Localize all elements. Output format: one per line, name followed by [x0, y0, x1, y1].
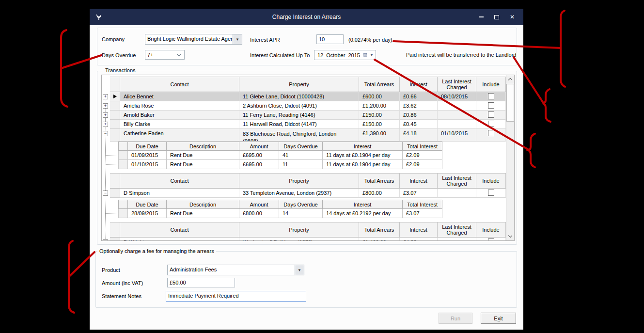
cell-due-date[interactable]: 28/09/2015 — [128, 209, 167, 218]
cell-interest[interactable]: £3.07 — [400, 189, 438, 198]
exit-button[interactable]: Exit — [481, 313, 516, 324]
cell-amount[interactable]: £695.00 — [239, 151, 279, 160]
child-header-amount[interactable]: Amount — [239, 142, 279, 151]
cell-property[interactable]: 11 Glebe Lane, Didcot (10000428) — [239, 92, 359, 101]
table-row[interactable]: Arnold Baker 11 Ferry Lane, Reading (414… — [102, 111, 506, 120]
header-contact[interactable]: Contact — [120, 77, 239, 92]
table-row[interactable]: Amelia Rose 2 Ashburn Close, Didcot (409… — [102, 101, 506, 111]
include-checkbox[interactable] — [488, 111, 494, 118]
cell-property[interactable]: 83 Bluehouse Road, Chingford, London (98… — [239, 129, 359, 142]
cell-contact[interactable]: Amelia Rose — [120, 101, 239, 111]
maximize-button[interactable] — [489, 9, 504, 25]
child-header-interest[interactable]: Interest — [323, 142, 403, 151]
cell-last-charged[interactable] — [438, 111, 476, 120]
vertical-scrollbar[interactable] — [506, 75, 514, 240]
row-selector[interactable] — [110, 129, 120, 142]
cell-total-arrears[interactable]: £600.00 — [359, 92, 400, 101]
product-combobox[interactable]: Administration Fees ▼ — [167, 265, 304, 275]
cell-contact[interactable]: Arnold Baker — [120, 111, 239, 120]
table-row[interactable]: Alice Bennet 11 Glebe Lane, Didcot (1000… — [102, 92, 506, 101]
child-header-days-overdue[interactable]: Days Overdue — [279, 142, 323, 151]
cell-interest[interactable]: 14 days at £0.2192 per day — [323, 209, 403, 218]
row-selector[interactable] — [110, 238, 120, 241]
cell-interest[interactable]: £3.62 — [400, 101, 438, 111]
cell-total-interest[interactable]: £3.07 — [403, 209, 442, 218]
table-row[interactable]: D Wright Wychgate, 2 Bell Lane (1878) £1… — [102, 238, 506, 241]
cell-last-charged[interactable]: 08/10/2015 — [438, 92, 476, 101]
cell-last-charged[interactable] — [438, 238, 476, 241]
row-selector[interactable] — [110, 101, 120, 111]
child-header-interest[interactable]: Interest — [323, 200, 403, 209]
cell-amount[interactable]: £800.00 — [239, 209, 279, 218]
header-total-arrears[interactable]: Total Arrears — [359, 222, 400, 238]
cell-interest[interactable]: £0.66 — [400, 92, 438, 101]
include-checkbox[interactable] — [488, 190, 494, 196]
header-contact[interactable]: Contact — [120, 173, 239, 189]
child-header-due-date[interactable]: Due Date — [128, 200, 167, 209]
table-row[interactable]: D Simpson 33 Templeton Avenue, London (2… — [102, 189, 506, 198]
cell-amount[interactable]: £695.00 — [239, 160, 279, 169]
header-property[interactable]: Property — [239, 173, 359, 189]
include-checkbox[interactable] — [488, 102, 494, 109]
header-interest[interactable]: Interest — [400, 173, 438, 189]
cell-last-charged[interactable] — [438, 120, 476, 129]
collapse-icon[interactable]: − — [103, 190, 108, 196]
header-include[interactable]: Include — [476, 173, 506, 189]
cell-property[interactable]: 11 Ferry Lane, Reading (4146) — [239, 111, 359, 120]
cell-days-overdue[interactable]: 14 — [279, 209, 323, 218]
header-total-arrears[interactable]: Total Arrears — [359, 173, 400, 189]
cell-interest[interactable]: £0.45 — [400, 120, 438, 129]
header-interest[interactable]: Interest — [400, 77, 438, 92]
expand-icon[interactable]: + — [103, 239, 108, 241]
cell-property[interactable]: 33 Templeton Avenue, London (2937) — [239, 189, 359, 198]
scroll-down-button[interactable] — [506, 232, 514, 240]
cell-description[interactable]: Rent Due — [167, 151, 239, 160]
days-overdue-combobox[interactable]: 7+ — [145, 50, 185, 60]
date-dropdown-icon[interactable]: ▼ — [370, 53, 374, 57]
cell-contact[interactable]: D Wright — [120, 238, 239, 241]
cell-total-arrears[interactable]: £1,400.00 — [359, 238, 400, 241]
cell-interest[interactable]: £0.86 — [400, 111, 438, 120]
header-last-charged[interactable]: Last Interest Charged — [438, 222, 476, 238]
cell-property[interactable]: 11 Harwell Road, Didcot (4147) — [239, 120, 359, 129]
cell-interest[interactable]: 11 days at £0.1904 per day — [323, 151, 403, 160]
cell-contact[interactable]: Billy Clarke — [120, 120, 239, 129]
child-header-days-overdue[interactable]: Days Overdue — [279, 200, 323, 209]
cell-property[interactable]: 2 Ashburn Close, Didcot (4091) — [239, 101, 359, 111]
child-header-amount[interactable]: Amount — [239, 200, 279, 209]
cell-last-charged[interactable] — [438, 189, 476, 198]
row-selector[interactable] — [110, 189, 120, 198]
calc-date-picker[interactable]: 12 October 2015 ▼ — [314, 50, 376, 60]
child-table-row[interactable]: 28/09/2015 Rent Due £800.00 14 14 days a… — [118, 209, 442, 218]
cell-contact[interactable]: Alice Bennet — [120, 92, 239, 101]
row-selector[interactable] — [110, 111, 120, 120]
run-button[interactable]: Run — [439, 313, 472, 324]
table-row[interactable]: Catherine Eaden 83 Bluehouse Road, Ching… — [102, 129, 506, 142]
cell-total-interest[interactable]: £2.09 — [403, 160, 442, 169]
row-selector[interactable] — [110, 120, 120, 129]
expand-icon[interactable]: + — [103, 112, 108, 118]
table-row[interactable]: Billy Clarke 11 Harwell Road, Didcot (41… — [102, 120, 506, 129]
expand-icon[interactable]: + — [103, 103, 108, 109]
company-dropdown-icon[interactable]: ▼ — [233, 34, 242, 44]
cell-total-arrears[interactable]: £1,390.00 — [359, 129, 400, 142]
scrollbar-thumb[interactable] — [506, 84, 514, 122]
include-checkbox[interactable] — [488, 93, 494, 99]
header-property[interactable]: Property — [239, 222, 359, 238]
expand-icon[interactable]: + — [103, 94, 108, 99]
header-last-charged[interactable]: Last Interest Charged — [438, 77, 476, 92]
minimize-button[interactable] — [474, 9, 488, 25]
cell-total-arrears[interactable]: £800.00 — [359, 189, 400, 198]
cell-interest[interactable]: £4.18 — [400, 129, 438, 142]
include-checkbox[interactable] — [488, 130, 494, 136]
cell-contact[interactable]: Catherine Eaden — [120, 129, 239, 142]
child-row-selector[interactable] — [118, 209, 128, 218]
child-table-row[interactable]: 01/09/2015 Rent Due £695.00 41 11 days a… — [118, 151, 442, 160]
cell-total-interest[interactable]: £2.09 — [403, 151, 442, 160]
amount-input[interactable] — [167, 278, 235, 287]
cell-due-date[interactable]: 01/10/2015 — [128, 160, 167, 169]
statement-notes-input[interactable]: Immediate Payment Required — [166, 291, 306, 301]
child-header-description[interactable]: Description — [167, 200, 239, 209]
cell-property[interactable]: Wychgate, 2 Bell Lane (1878) — [239, 238, 359, 241]
interest-apr-input[interactable] — [316, 34, 344, 44]
